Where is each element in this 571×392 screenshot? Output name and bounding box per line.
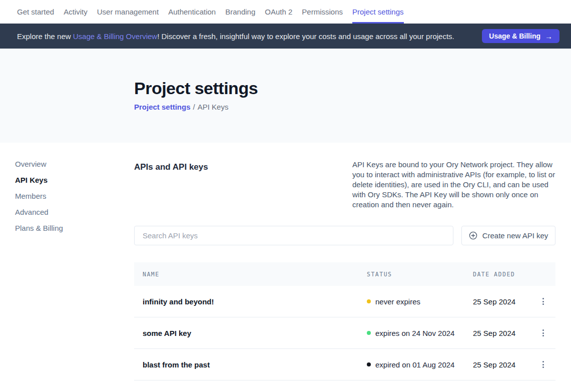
api-key-date-added: 25 Sep 2024 [473, 329, 530, 337]
sidebar-item-advanced[interactable]: Advanced [15, 208, 134, 217]
api-key-row: some API key expires on 24 Nov 2024 25 S… [134, 317, 555, 349]
arrow-right-icon: → [545, 32, 552, 41]
row-actions-button[interactable] [538, 295, 548, 308]
tab-permissions[interactable]: Permissions [302, 0, 343, 24]
column-header-status: STATUS [367, 271, 473, 278]
breadcrumb-parent-link[interactable]: Project settings [134, 103, 191, 111]
tab-branding[interactable]: Branding [225, 0, 255, 24]
create-api-key-label: Create new API key [482, 231, 548, 240]
status-dot-icon [367, 331, 371, 335]
banner-text-after: ! Discover a fresh, insightful way to ex… [157, 32, 454, 41]
usage-billing-overview-link[interactable]: Usage & Billing Overview [73, 32, 157, 41]
plus-circle-icon [469, 231, 477, 240]
api-keys-panel: APIs and API keys API Keys are bound to … [134, 143, 555, 380]
breadcrumb: Project settings/API Keys [134, 103, 571, 111]
breadcrumb-separator: / [193, 103, 195, 111]
sidebar-item-api-keys[interactable]: API Keys [15, 176, 134, 185]
status-dot-icon [367, 362, 371, 366]
section-title: APIs and API keys [134, 160, 208, 210]
usage-billing-button[interactable]: Usage & Billing → [482, 29, 559, 43]
table-header-row: NAME STATUS DATE ADDED [134, 262, 555, 286]
row-actions-button[interactable] [538, 358, 548, 371]
column-header-name: NAME [134, 271, 367, 278]
tab-oauth2[interactable]: OAuth 2 [265, 0, 292, 24]
banner-text-before: Explore the new [17, 32, 73, 41]
sidebar-item-plans-billing[interactable]: Plans & Billing [15, 224, 134, 233]
page-header: Project settings Project settings/API Ke… [0, 49, 571, 143]
api-key-status: expired on 01 Aug 2024 [375, 360, 454, 369]
column-header-date-added: DATE ADDED [473, 271, 530, 278]
tab-authentication[interactable]: Authentication [168, 0, 216, 24]
kebab-menu-icon [542, 298, 544, 305]
row-actions-button[interactable] [538, 326, 548, 339]
api-key-name: some API key [134, 329, 367, 337]
usage-billing-button-label: Usage & Billing [489, 32, 540, 40]
section-description: API Keys are bound to your Ory Network p… [352, 160, 555, 210]
create-api-key-button[interactable]: Create new API key [461, 226, 555, 245]
tab-project-settings[interactable]: Project settings [352, 0, 404, 24]
search-api-keys-input[interactable] [134, 226, 453, 245]
api-key-row: blast from the past expired on 01 Aug 20… [134, 349, 555, 380]
breadcrumb-current: API Keys [198, 103, 229, 111]
api-key-row: infinity and beyond! never expires 25 Se… [134, 286, 555, 317]
tab-get-started[interactable]: Get started [17, 0, 54, 24]
kebab-menu-icon [542, 329, 544, 336]
page-title: Project settings [134, 79, 571, 98]
sidebar-item-overview[interactable]: Overview [15, 160, 134, 169]
api-key-name: blast from the past [134, 360, 367, 369]
settings-sidebar: Overview API Keys Members Advanced Plans… [0, 143, 134, 380]
api-key-status: never expires [375, 297, 420, 306]
kebab-menu-icon [542, 361, 544, 368]
api-key-status: expires on 24 Nov 2024 [375, 329, 454, 337]
banner-message: Explore the new Usage & Billing Overview… [17, 32, 454, 41]
api-key-name: infinity and beyond! [134, 297, 367, 306]
api-key-date-added: 25 Sep 2024 [473, 360, 530, 369]
sidebar-item-members[interactable]: Members [15, 192, 134, 201]
announcement-banner: Explore the new Usage & Billing Overview… [0, 24, 571, 49]
tab-user-management[interactable]: User management [97, 0, 159, 24]
status-dot-icon [367, 299, 371, 303]
api-keys-table: NAME STATUS DATE ADDED infinity and beyo… [134, 262, 555, 380]
api-key-date-added: 25 Sep 2024 [473, 297, 530, 306]
tab-activity[interactable]: Activity [64, 0, 88, 24]
top-navigation: Get started Activity User management Aut… [0, 0, 571, 24]
